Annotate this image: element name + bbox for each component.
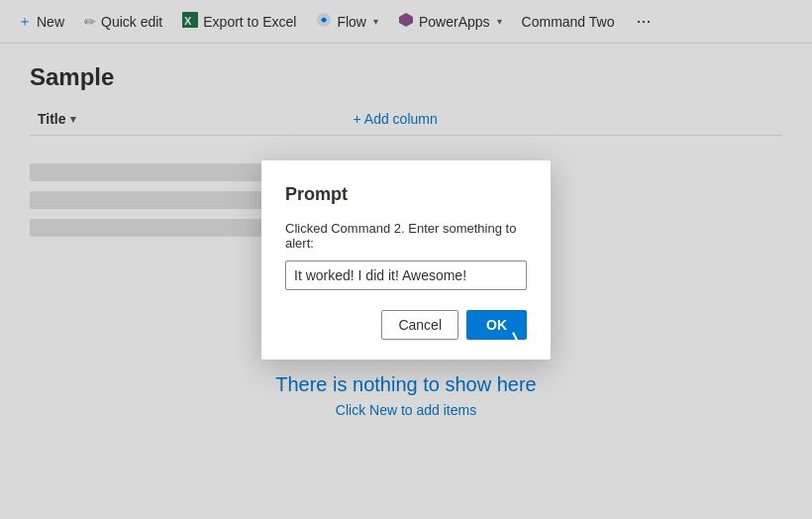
ok-button[interactable]: OK 〉: [466, 310, 527, 340]
dialog-label: Clicked Command 2. Enter something to al…: [285, 221, 527, 251]
cancel-label: Cancel: [398, 317, 442, 333]
cancel-button[interactable]: Cancel: [381, 310, 458, 340]
dialog-buttons: Cancel OK 〉: [285, 310, 527, 340]
prompt-dialog: Prompt Clicked Command 2. Enter somethin…: [261, 160, 551, 360]
dialog-input[interactable]: [285, 260, 527, 290]
cursor-pointer-icon: 〉: [512, 330, 519, 356]
ok-label: OK: [486, 317, 507, 333]
overlay: Prompt Clicked Command 2. Enter somethin…: [0, 0, 812, 519]
dialog-title: Prompt: [285, 184, 527, 205]
